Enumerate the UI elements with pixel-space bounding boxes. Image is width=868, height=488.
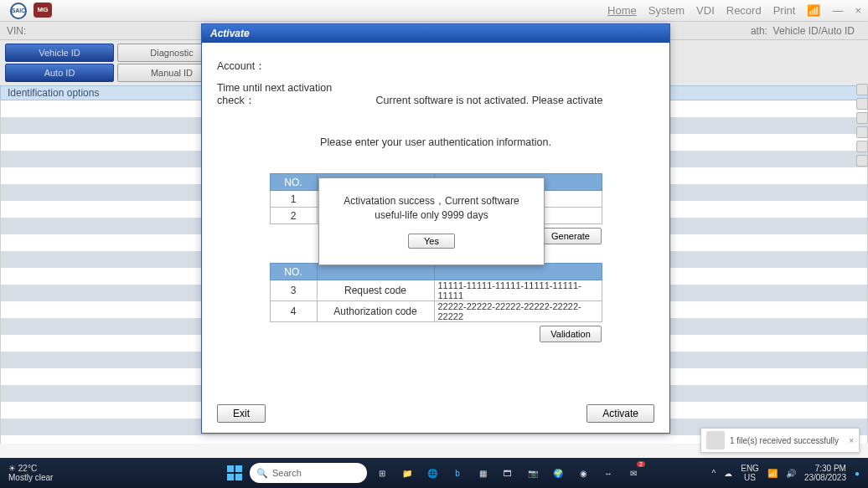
- success-alert: Activatation success，Current software us…: [318, 177, 545, 265]
- teamviewer-icon[interactable]: ↔: [598, 463, 618, 483]
- menu-record[interactable]: Record: [726, 4, 762, 17]
- explorer-icon[interactable]: 📁: [397, 463, 417, 483]
- notification-icon[interactable]: ●: [855, 469, 860, 478]
- edge-icon[interactable]: 🌐: [422, 463, 442, 483]
- language-indicator[interactable]: ENGUS: [741, 464, 759, 482]
- alert-message: Activatation success，Current software us…: [328, 194, 535, 223]
- file-received-toast: 1 file(s) received successfully ×: [700, 428, 860, 453]
- menu-home[interactable]: Home: [607, 4, 637, 17]
- app-icon-2[interactable]: 🗔: [498, 463, 518, 483]
- alert-yes-button[interactable]: Yes: [408, 234, 455, 249]
- tab-auto-id[interactable]: Auto ID: [5, 64, 114, 82]
- svg-rect-2: [227, 474, 234, 480]
- toast-message: 1 file(s) received successfully: [730, 436, 839, 445]
- activate-button[interactable]: Activate: [586, 404, 654, 423]
- clock[interactable]: 7:30 PM23/08/2023: [804, 464, 846, 482]
- app-menubar: SAIC MG Home System VDI Record Print 📶 —…: [0, 0, 868, 22]
- minimize-icon[interactable]: —: [832, 4, 843, 17]
- tray-chevron-icon[interactable]: ^: [712, 469, 716, 478]
- account-label: Account：: [217, 59, 654, 74]
- svg-rect-3: [235, 474, 242, 480]
- svg-rect-0: [227, 465, 234, 472]
- request-code: 11111-11111-11111-11111-11111-11111: [434, 280, 602, 301]
- menu-print[interactable]: Print: [773, 4, 796, 17]
- volume-icon[interactable]: 🔊: [786, 469, 796, 478]
- dialog-title: Activate: [202, 24, 669, 43]
- svg-rect-1: [235, 465, 242, 472]
- avatar-icon: [706, 431, 725, 449]
- tab-vehicle-id[interactable]: Vehicle ID: [5, 44, 114, 62]
- exit-button[interactable]: Exit: [217, 404, 266, 423]
- windows-taskbar: ☀ 22°C Mostly clear 🔍Search ⊞ 📁 🌐 b ▦ 🗔 …: [0, 458, 868, 488]
- vin-label: VIN:: [0, 25, 26, 37]
- instruction-text: Please enter your user authentication in…: [217, 136, 654, 148]
- auth-table-2: NO. 3Request code11111-11111-11111-11111…: [270, 263, 602, 322]
- toast-close-icon[interactable]: ×: [849, 436, 854, 445]
- saic-logo: SAIC: [10, 3, 27, 19]
- task-view-icon[interactable]: ⊞: [372, 463, 392, 483]
- search-icon: 🔍: [256, 468, 268, 479]
- taskbar-search[interactable]: 🔍Search: [250, 463, 367, 483]
- mail-icon[interactable]: ✉2: [623, 463, 643, 483]
- start-button[interactable]: [225, 463, 245, 483]
- generate-button[interactable]: Generate: [540, 228, 602, 244]
- authorization-code[interactable]: 22222-22222-22222-22222-22222-22222: [434, 301, 602, 322]
- weather-widget[interactable]: ☀ 22°C Mostly clear: [0, 464, 53, 482]
- menu-vdi[interactable]: VDI: [696, 4, 715, 17]
- globe-icon[interactable]: 🌍: [548, 463, 568, 483]
- activation-status: Current software is not activated. Pleas…: [375, 95, 602, 106]
- close-icon[interactable]: ×: [855, 4, 861, 17]
- mg-logo: MG: [34, 3, 52, 18]
- teamviewer-sidebar[interactable]: [856, 84, 868, 167]
- app-icon-1[interactable]: ▦: [473, 463, 493, 483]
- bing-icon[interactable]: b: [447, 463, 468, 483]
- edge2-icon[interactable]: ◉: [573, 463, 593, 483]
- camera-icon[interactable]: 📷: [523, 463, 543, 483]
- validation-button[interactable]: Validation: [540, 326, 602, 342]
- menu-system[interactable]: System: [648, 4, 685, 17]
- wifi-icon[interactable]: 📶: [767, 469, 778, 478]
- time-label: Time until next activation check：: [217, 82, 373, 108]
- signal-icon: 📶: [807, 4, 820, 17]
- tray-cloud-icon[interactable]: ☁: [724, 469, 732, 478]
